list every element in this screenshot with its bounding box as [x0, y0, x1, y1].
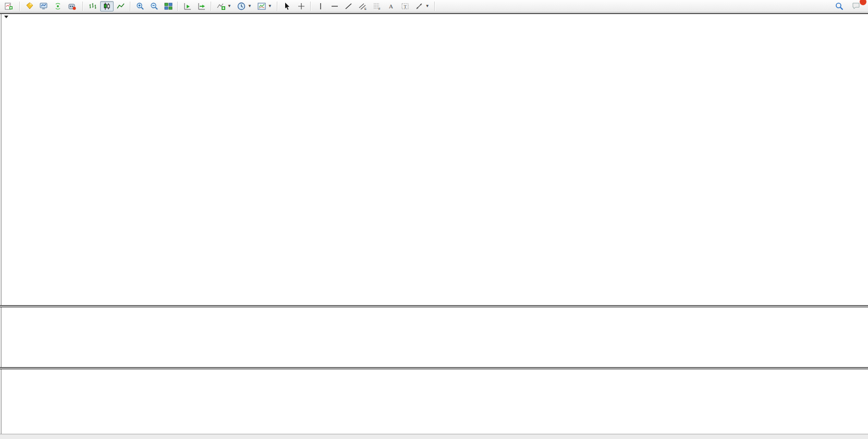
toolbar-separator: [310, 2, 312, 11]
templates-icon: [258, 2, 266, 10]
tile-windows-icon: [164, 2, 173, 10]
indicators-icon: [217, 2, 225, 10]
auto-scroll-icon: [184, 2, 192, 10]
chart-menu-icon: [4, 16, 8, 18]
cursor-tool-button[interactable]: [280, 1, 294, 11]
mt4-application-window: ▼ ▼ ▼: [0, 0, 868, 439]
text-tool-button[interactable]: A: [384, 1, 398, 11]
zoom-out-button[interactable]: [148, 1, 161, 11]
toolbar-separator: [276, 2, 279, 11]
equidistant-channel-icon: E: [359, 2, 367, 10]
market-button[interactable]: [23, 1, 36, 11]
vertical-line-icon: [316, 2, 325, 10]
terminal-button[interactable]: [37, 1, 51, 11]
trendline-icon: [345, 2, 353, 10]
toolbar-right-icons: [833, 1, 866, 12]
terminal-icon: [40, 2, 48, 10]
svg-text:A: A: [389, 3, 393, 9]
channel-tool-button[interactable]: E: [356, 1, 370, 11]
periods-button[interactable]: ▼: [235, 1, 254, 11]
label-tool-button[interactable]: T: [398, 1, 412, 11]
svg-text:T: T: [404, 4, 407, 9]
fibonacci-icon: F: [373, 2, 381, 10]
toolbar-separator: [129, 2, 132, 11]
toolbar-separator: [82, 2, 84, 11]
new-order-button[interactable]: [2, 1, 17, 11]
chevron-down-icon: ▼: [227, 4, 231, 8]
horizontal-line-tool-button[interactable]: [328, 1, 341, 11]
vertical-line-tool-button[interactable]: [314, 1, 327, 11]
zoom-out-icon: [150, 2, 158, 10]
cursor-icon: [283, 2, 291, 10]
svg-text:E: E: [364, 7, 366, 10]
auto-trading-icon: [68, 2, 76, 10]
auto-scroll-button[interactable]: [181, 1, 194, 11]
zoom-in-button[interactable]: [133, 1, 147, 11]
chart-symbol-title[interactable]: [4, 16, 11, 18]
line-chart-icon: [117, 2, 125, 10]
svg-text:F: F: [378, 7, 381, 10]
text-label-icon: T: [401, 2, 409, 10]
zoom-in-icon: [136, 2, 144, 10]
toolbar-separator: [19, 2, 21, 11]
toolbar-separator: [210, 2, 213, 11]
crosshair-tool-button[interactable]: [295, 1, 308, 11]
chat-bubble-icon: [852, 2, 860, 10]
fibonacci-tool-button[interactable]: F: [370, 1, 384, 11]
line-chart-button[interactable]: [114, 1, 128, 11]
search-icon: [835, 2, 843, 10]
signals-icon: [54, 2, 62, 10]
candles-chart-icon: [103, 2, 111, 10]
search-button[interactable]: [833, 1, 846, 11]
trendline-tool-button[interactable]: [342, 1, 356, 11]
chart-canvas[interactable]: [0, 0, 868, 439]
chart-shift-button[interactable]: [195, 1, 209, 11]
horizontal-line-icon: [331, 2, 339, 10]
candles-chart-button[interactable]: [100, 1, 114, 11]
bar-chart-button[interactable]: [86, 1, 100, 11]
chart-shift-icon: [198, 2, 206, 10]
chevron-down-icon: ▼: [268, 4, 272, 8]
toolbar-separator: [434, 2, 436, 11]
main-toolbar: ▼ ▼ ▼: [0, 0, 868, 12]
new-order-icon: [5, 2, 13, 10]
indicators-button[interactable]: ▼: [214, 1, 234, 11]
chevron-down-icon: ▼: [425, 4, 430, 8]
text-icon: A: [387, 2, 395, 10]
tile-windows-button[interactable]: [162, 1, 175, 11]
crosshair-icon: [297, 2, 305, 10]
templates-button[interactable]: ▼: [255, 1, 275, 11]
arrows-icon: [415, 2, 423, 10]
auto-trading-button[interactable]: [65, 1, 80, 11]
arrows-tool-button[interactable]: ▼: [412, 1, 432, 11]
bar-chart-icon: [89, 2, 97, 10]
chevron-down-icon: ▼: [248, 4, 252, 8]
signals-button[interactable]: [51, 1, 65, 11]
market-icon: [26, 2, 34, 10]
chat-button-wrap: [849, 1, 863, 12]
toolbar-separator: [177, 2, 179, 11]
clock-icon: [237, 2, 246, 10]
chat-unread-badge: [860, 0, 866, 5]
